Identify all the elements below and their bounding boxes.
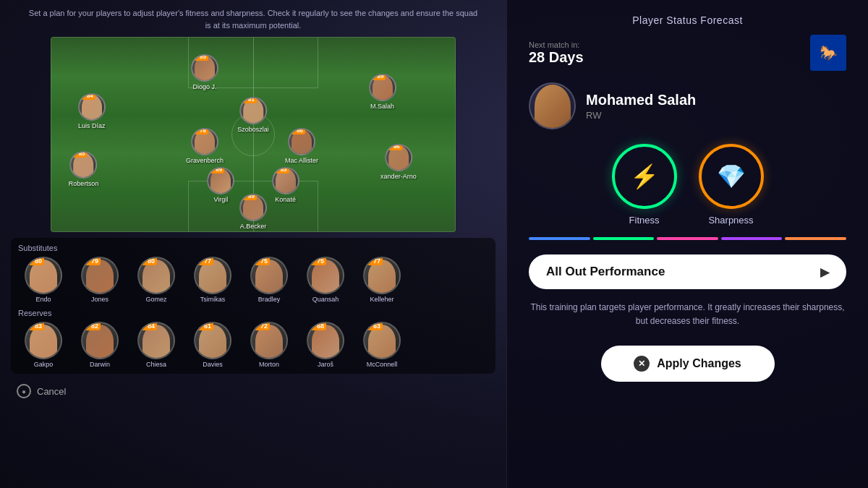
- left-panel: Set a plan for your players to adjust pl…: [0, 0, 506, 488]
- player-name-label: M.Salah: [370, 103, 394, 110]
- rating-badge: ⚡89: [207, 167, 224, 174]
- bar-pink: [657, 237, 718, 240]
- rating-badge: ⚡89: [239, 194, 257, 200]
- cancel-icon: ●: [17, 384, 31, 398]
- reserves-label: Reserves: [18, 309, 488, 317]
- sub-name: Davies: [203, 361, 223, 368]
- sub-avatar: ⚡63: [363, 322, 401, 359]
- sub-rating: ⚡77: [363, 257, 383, 265]
- sub-rating: ⚡77: [194, 257, 213, 265]
- cancel-label: Cancel: [37, 386, 66, 397]
- fitness-circle: ⚡: [612, 144, 677, 209]
- player-name: Mohamed Salah: [586, 92, 696, 108]
- player-avatar: ⚡86: [288, 128, 315, 155]
- player-avatar: ⚡78: [191, 128, 218, 155]
- pitch-player-konate[interactable]: ⚡83 Konaté: [272, 167, 299, 203]
- pitch-player-mac[interactable]: ⚡86 Mac Allister: [285, 128, 318, 164]
- rating-badge: ⚡89: [369, 74, 386, 80]
- team-badge: 🐎: [810, 35, 846, 71]
- sub-player[interactable]: ⚡82 Darwin: [75, 322, 125, 368]
- sub-player[interactable]: ⚡84 Chiesa: [131, 322, 182, 368]
- fitness-label: Fitness: [629, 215, 660, 226]
- player-name-label: xander-Arno: [380, 173, 417, 180]
- bar-orange: [785, 237, 846, 240]
- sub-player[interactable]: ⚡68 Jaroš: [300, 322, 351, 368]
- pitch-player-diogo[interactable]: ⚡85 Diogo J.: [191, 54, 218, 90]
- apply-changes-button[interactable]: ✕ Apply Changes: [601, 346, 775, 382]
- progress-bars: [529, 237, 846, 240]
- player-name-label: Robertson: [69, 180, 99, 187]
- player-name-label: Gravenberch: [186, 157, 224, 164]
- cancel-button[interactable]: ● Cancel: [11, 381, 495, 401]
- sharpness-circle-container: 💎 Sharpness: [699, 144, 764, 226]
- sub-player[interactable]: ⚡61 Davies: [187, 322, 238, 368]
- sub-avatar: ⚡82: [81, 322, 119, 359]
- sub-player[interactable]: ⚡63 McConnell: [357, 322, 407, 368]
- sub-rating: ⚡61: [194, 322, 213, 330]
- sub-player[interactable]: ⚡80 Endo: [18, 257, 69, 303]
- pitch-player-becker[interactable]: ⚡89 A.Becker: [239, 194, 267, 230]
- match-days-value: 28 Days: [529, 49, 584, 66]
- sub-rating: ⚡83: [25, 322, 44, 330]
- sub-player[interactable]: ⚡80 Gomez: [131, 257, 182, 303]
- rating-badge: ⚡85: [70, 151, 88, 158]
- player-avatar: ⚡86: [385, 144, 412, 171]
- pitch-player-arnold[interactable]: ⚡86 xander-Arno: [380, 144, 417, 180]
- rating-badge: ⚡78: [191, 128, 208, 134]
- bar-purple: [721, 237, 783, 240]
- sub-name: Tsimikas: [200, 296, 226, 303]
- sub-player[interactable]: ⚡77 Kelleher: [357, 257, 407, 303]
- sub-player[interactable]: ⚡83 Gakpo: [18, 322, 69, 368]
- bar-green: [593, 237, 655, 240]
- sub-avatar: ⚡68: [307, 322, 344, 359]
- player-avatar: ⚡83: [272, 167, 299, 194]
- sub-rating: ⚡82: [81, 322, 101, 330]
- sub-rating: ⚡75: [307, 257, 326, 265]
- sub-player[interactable]: ⚡75 Bradley: [244, 257, 294, 303]
- sub-name: Gakpo: [34, 361, 54, 368]
- player-name-label: Diogo J.: [193, 83, 217, 90]
- sub-avatar: ⚡72: [250, 322, 288, 359]
- player-name-label: A.Becker: [240, 223, 267, 230]
- sub-avatar: ⚡83: [25, 322, 62, 359]
- sub-avatar: ⚡75: [250, 257, 288, 294]
- player-info-card: Mohamed Salah RW: [529, 82, 846, 129]
- sub-name: Bradley: [258, 296, 281, 303]
- right-panel: Player Status Forecast Next match in: 28…: [506, 0, 868, 488]
- pitch-player-salah[interactable]: ⚡89 M.Salah: [369, 74, 396, 110]
- player-avatar: ⚡84: [78, 93, 106, 121]
- pitch-player-luis-diaz[interactable]: ⚡84 Luis Díaz: [78, 93, 106, 129]
- sub-name: Quansah: [312, 296, 339, 303]
- sub-name: Jones: [91, 296, 109, 303]
- match-info: Next match in: 28 Days 🐎: [529, 35, 846, 71]
- player-name-label: Szoboszlai: [237, 126, 269, 133]
- sub-player[interactable]: ⚡77 Tsimikas: [187, 257, 238, 303]
- rating-badge: ⚡81: [239, 97, 257, 103]
- sub-avatar: ⚡80: [137, 257, 175, 294]
- sub-player[interactable]: ⚡75 Quansah: [300, 257, 351, 303]
- player-avatar: ⚡89: [369, 74, 396, 101]
- sharpness-circle: 💎: [699, 144, 764, 209]
- player-name-label: Mac Allister: [285, 157, 318, 164]
- pitch-player-virgil[interactable]: ⚡89 Virgil: [207, 167, 234, 203]
- fitness-circle-container: ⚡ Fitness: [612, 144, 677, 226]
- pitch-player-szob[interactable]: ⚡81 Szoboszlai: [237, 97, 269, 133]
- pitch-player-graven[interactable]: ⚡78 Gravenberch: [186, 128, 224, 164]
- sub-avatar: ⚡77: [363, 257, 401, 294]
- sub-player[interactable]: ⚡79 Jones: [75, 257, 125, 303]
- plan-button[interactable]: All Out Performance ▶: [529, 254, 846, 289]
- rating-badge: ⚡86: [385, 144, 402, 150]
- sub-avatar: ⚡77: [194, 257, 231, 294]
- rating-badge: ⚡85: [191, 54, 208, 61]
- rating-badge: ⚡86: [288, 128, 305, 134]
- pitch: ⚡84 Luis Díaz ⚡85 Diogo J. ⚡89 M.Salah ⚡…: [51, 37, 456, 232]
- plan-description: This training plan targets player perfor…: [529, 301, 846, 328]
- sharpness-icon: 💎: [717, 163, 746, 190]
- sub-rating: ⚡63: [363, 322, 383, 330]
- sub-name: Chiesa: [146, 361, 166, 368]
- bar-blue: [529, 237, 590, 240]
- player-avatar: ⚡89: [239, 194, 267, 221]
- pitch-player-robertson[interactable]: ⚡85 Robertson: [69, 151, 99, 187]
- sub-name: Jaroš: [318, 361, 333, 368]
- sub-player[interactable]: ⚡72 Morton: [244, 322, 294, 368]
